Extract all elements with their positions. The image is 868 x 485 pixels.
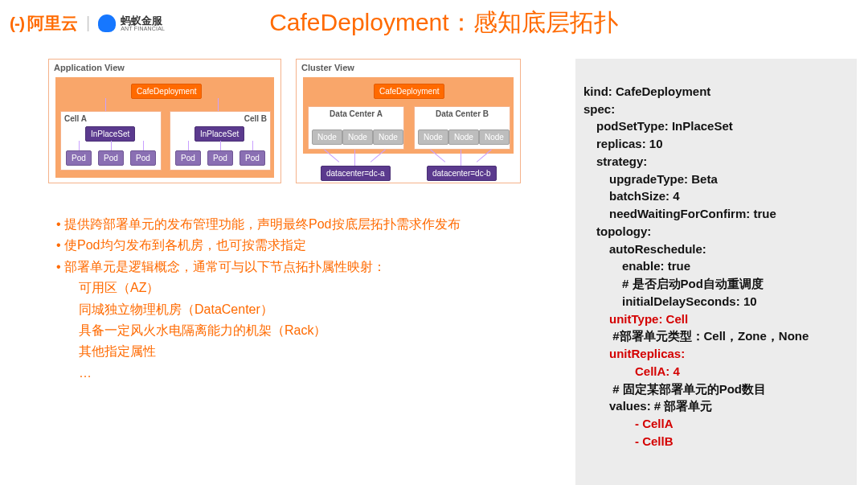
- bullet-item: 提供跨部署单元的发布管理功能，声明最终Pod按底层拓扑需求作发布: [56, 214, 561, 235]
- node-chip: Node: [342, 129, 373, 145]
- code-line: values: # 部署单元: [583, 397, 849, 415]
- ant-icon: [98, 14, 116, 32]
- code-line: - CellA: [583, 415, 849, 433]
- node-chip: Node: [373, 129, 403, 145]
- aliyun-bracket-icon: (-): [10, 14, 24, 33]
- node-chip: Node: [312, 129, 342, 145]
- code-line: spec:: [583, 102, 615, 116]
- dc-b-label: Data Center B: [415, 109, 510, 118]
- dc-b-box: Data Center B Node Node Node: [414, 106, 510, 150]
- inplaceset-chip: InPlaceSet: [194, 126, 244, 142]
- dc-tag-a: datacenter=dc-a: [321, 166, 391, 181]
- bullet-item: 使Pod均匀发布到各机房，也可按需求指定: [56, 235, 561, 256]
- bullet-list: 提供跨部署单元的发布管理功能，声明最终Pod按底层拓扑需求作发布 使Pod均匀发…: [11, 214, 561, 384]
- code-line: upgradeType: Beta: [583, 171, 849, 188]
- code-line: replicas: 10: [583, 135, 849, 153]
- app-view-label: Application View: [54, 63, 125, 72]
- aliyun-logo: (-) 阿里云: [10, 12, 78, 35]
- cafedeployment-chip: CafeDeployment: [131, 84, 202, 99]
- pod-chip: Pod: [240, 150, 265, 166]
- cell-b-label: Cell B: [244, 114, 267, 123]
- bullet-subitem: 可用区（AZ）: [56, 277, 561, 298]
- code-line: # 是否启动Pod自动重调度: [583, 275, 849, 293]
- dc-a-label: Data Center A: [309, 109, 403, 118]
- cell-b-box: Cell B InPlaceSet Pod Pod Pod: [170, 111, 271, 171]
- cafedeployment-chip: CafeDeployment: [374, 84, 444, 99]
- code-line: strategy:: [583, 153, 849, 171]
- pod-chip: Pod: [130, 150, 156, 166]
- application-view-panel: Application View CafeDeployment Cell A I…: [48, 59, 281, 183]
- diagrams-row: Application View CafeDeployment Cell A I…: [11, 59, 561, 183]
- logo-separator: |: [86, 14, 90, 32]
- cell-a-box: Cell A InPlaceSet Pod Pod Pod: [60, 111, 162, 171]
- ant-financial-logo: 蚂蚁金服 ANT FINANCIAL: [98, 14, 165, 32]
- ant-en-text: ANT FINANCIAL: [121, 26, 165, 31]
- code-line: topology:: [583, 223, 849, 240]
- code-line: initialDelaySeconds: 10: [583, 293, 849, 310]
- code-line: needWaitingForConfirm: true: [583, 205, 849, 223]
- header: (-) 阿里云 | 蚂蚁金服 ANT FINANCIAL CafeDeploym…: [0, 0, 868, 43]
- bullet-subitem: 同城独立物理机房（DataCenter）: [56, 299, 561, 320]
- cluster-view-label: Cluster View: [301, 63, 354, 72]
- node-chip: Node: [418, 129, 448, 145]
- ant-cn-text: 蚂蚁金服: [121, 15, 165, 26]
- code-line: #部署单元类型：Cell，Zone，None: [583, 327, 849, 345]
- bullet-subitem: 其他指定属性: [56, 341, 561, 362]
- code-line: enable: true: [583, 257, 849, 275]
- page-title: CafeDeployment：感知底层拓扑: [269, 6, 617, 39]
- code-line: CellA: 4: [583, 363, 849, 380]
- code-line: batchSize: 4: [583, 187, 849, 205]
- bullet-item: 部署单元是逻辑概念，通常可与以下节点拓扑属性映射：: [56, 257, 561, 277]
- pod-chip: Pod: [207, 150, 233, 166]
- pod-chip: Pod: [66, 150, 92, 166]
- dc-a-box: Data Center A Node Node Node: [308, 106, 404, 150]
- yaml-code-panel: kind: CafeDeployment spec: podSetType: I…: [575, 59, 857, 485]
- code-line: podSetType: InPlaceSet: [583, 117, 849, 135]
- cell-a-label: Cell A: [64, 114, 87, 123]
- pod-chip: Pod: [98, 150, 124, 166]
- aliyun-text: 阿里云: [27, 12, 78, 35]
- code-line: unitReplicas:: [583, 345, 849, 363]
- node-chip: Node: [479, 129, 510, 145]
- bullet-subitem: …: [56, 363, 561, 384]
- bullet-subitem: 具备一定风火水电隔离能力的机架（Rack）: [56, 320, 561, 341]
- pod-chip: Pod: [175, 150, 201, 166]
- inplaceset-chip: InPlaceSet: [85, 126, 135, 142]
- code-line: unitType: Cell: [583, 310, 849, 328]
- dc-tag-b: datacenter=dc-b: [427, 166, 497, 181]
- code-line: # 固定某部署单元的Pod数目: [583, 380, 849, 398]
- node-chip: Node: [448, 129, 479, 145]
- code-line: autoReschedule:: [583, 240, 849, 258]
- cluster-view-panel: Cluster View CafeDeployment Data Center …: [296, 59, 521, 183]
- code-line: - CellB: [583, 433, 849, 450]
- code-line: kind: CafeDeployment: [583, 84, 710, 98]
